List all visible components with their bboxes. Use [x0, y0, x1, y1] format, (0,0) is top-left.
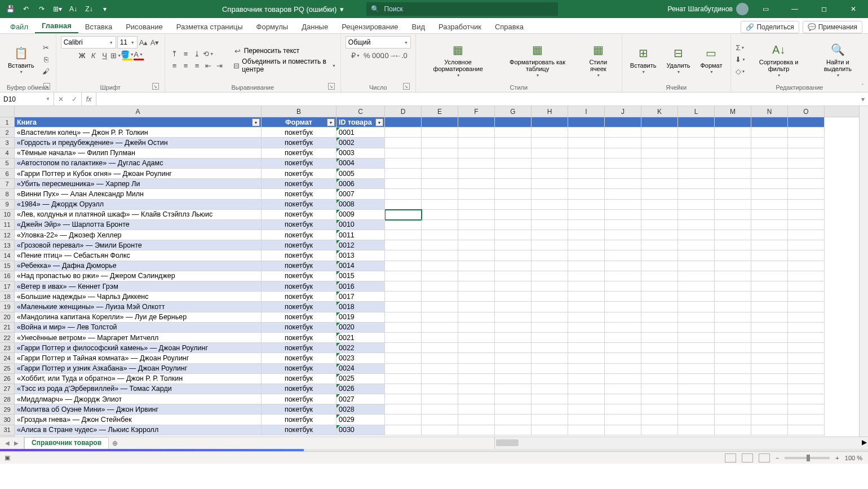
cell-G12[interactable]: [495, 230, 532, 240]
cell-G13[interactable]: [495, 240, 532, 250]
cell-K15[interactable]: [641, 261, 678, 271]
cell-B11[interactable]: покетбук: [262, 220, 336, 230]
cell-O11[interactable]: [788, 220, 825, 230]
row-header-29[interactable]: 29: [0, 404, 14, 415]
cell-B24[interactable]: покетбук: [262, 353, 336, 363]
cell-D9[interactable]: [385, 200, 422, 210]
cell-M27[interactable]: [715, 384, 751, 394]
cell-N7[interactable]: [751, 179, 788, 189]
cell-E18[interactable]: [422, 292, 458, 302]
underline-icon[interactable]: Ч: [100, 50, 110, 60]
bold-icon[interactable]: Ж: [77, 50, 87, 60]
cell-I29[interactable]: [568, 404, 605, 415]
format-cells-button[interactable]: ▭Формат▼: [697, 44, 725, 76]
cell-D8[interactable]: [385, 189, 422, 199]
filter-format-icon[interactable]: ▼: [327, 118, 335, 126]
cell-N15[interactable]: [751, 261, 788, 271]
border-icon[interactable]: ⊞▼: [111, 50, 121, 60]
cell-N11[interactable]: [751, 220, 788, 230]
cell-J27[interactable]: [605, 384, 641, 394]
cell-J7[interactable]: [605, 179, 641, 189]
cell-D5[interactable]: [385, 158, 422, 169]
cell-B14[interactable]: покетбук: [262, 250, 336, 261]
cell-E26[interactable]: [422, 374, 458, 384]
cell-F18[interactable]: [458, 292, 495, 302]
cell-C31[interactable]: 0030: [336, 425, 385, 435]
row-header-28[interactable]: 28: [0, 394, 14, 404]
copy-icon[interactable]: ⎘: [41, 55, 51, 65]
cell-F14[interactable]: [458, 250, 495, 261]
redo-icon[interactable]: ↷: [35, 2, 48, 16]
cell-C9[interactable]: 0008: [336, 200, 385, 210]
cell-C18[interactable]: 0017: [336, 292, 385, 302]
row-header-22[interactable]: 22: [0, 333, 14, 343]
col-header-G[interactable]: G: [495, 106, 532, 117]
cell-E24[interactable]: [422, 353, 458, 363]
cell-B2[interactable]: покетбук: [262, 127, 336, 138]
cell-F13[interactable]: [458, 240, 495, 250]
cell-G28[interactable]: [495, 394, 532, 404]
cell-H3[interactable]: [532, 138, 568, 148]
cell-J4[interactable]: [605, 148, 641, 158]
cell-A21[interactable]: «Война и мир» — Лев Толстой: [15, 323, 262, 333]
cell-K26[interactable]: [641, 374, 678, 384]
cell-B12[interactable]: покетбук: [262, 230, 336, 240]
cell-K28[interactable]: [641, 394, 678, 404]
cell-H13[interactable]: [532, 240, 568, 250]
cell-K27[interactable]: [641, 384, 678, 394]
cell-J5[interactable]: [605, 158, 641, 169]
cell-C3[interactable]: 0002: [336, 138, 385, 148]
cell-M13[interactable]: [715, 240, 751, 250]
cell-N8[interactable]: [751, 189, 788, 199]
cell-J29[interactable]: [605, 404, 641, 415]
cell-O5[interactable]: [788, 158, 825, 169]
tab-view[interactable]: Вид: [405, 20, 432, 33]
percent-icon[interactable]: %: [362, 50, 372, 60]
cell-C27[interactable]: 0026: [336, 384, 385, 394]
cell-G31[interactable]: [495, 425, 532, 435]
row-header-19[interactable]: 19: [0, 302, 14, 312]
cell-M16[interactable]: [715, 271, 751, 281]
cell-I3[interactable]: [568, 138, 605, 148]
cell-A5[interactable]: «Автостопом по галактике» — Дуглас Адамс: [15, 158, 262, 169]
cell-N14[interactable]: [751, 250, 788, 261]
cell-H9[interactable]: [532, 200, 568, 210]
cell-E12[interactable]: [422, 230, 458, 240]
cell-I31[interactable]: [568, 425, 605, 435]
cell-G25[interactable]: [495, 364, 532, 374]
cell-B9[interactable]: покетбук: [262, 200, 336, 210]
cell-I6[interactable]: [568, 169, 605, 179]
cell-C23[interactable]: 0022: [336, 343, 385, 353]
cell-E31[interactable]: [422, 425, 458, 435]
cell-J23[interactable]: [605, 343, 641, 353]
cell-A4[interactable]: «Тёмные начала» — Филип Пулман: [15, 148, 262, 158]
cell-F1[interactable]: [458, 117, 495, 127]
align-launcher-icon[interactable]: ↘: [328, 83, 335, 90]
tab-developer[interactable]: Разработчик: [432, 20, 488, 33]
row-header-21[interactable]: 21: [0, 323, 14, 333]
cell-J16[interactable]: [605, 271, 641, 281]
header-id[interactable]: ID товара▼: [336, 117, 385, 127]
insert-cells-button[interactable]: ⊞Вставить▼: [627, 44, 660, 76]
cell-G17[interactable]: [495, 281, 532, 292]
cell-O4[interactable]: [788, 148, 825, 158]
col-header-L[interactable]: L: [678, 106, 715, 117]
cell-K21[interactable]: [641, 323, 678, 333]
cells[interactable]: Книга▼Формат▼ID товара▼ «Властелин колец…: [15, 117, 859, 437]
cell-E6[interactable]: [422, 169, 458, 179]
header-format[interactable]: Формат▼: [262, 117, 336, 127]
cell-G6[interactable]: [495, 169, 532, 179]
tab-help[interactable]: Справка: [488, 20, 530, 33]
cell-B19[interactable]: покетбук: [262, 302, 336, 312]
cell-K23[interactable]: [641, 343, 678, 353]
formula-input[interactable]: [96, 92, 858, 105]
cell-O15[interactable]: [788, 261, 825, 271]
cell-L24[interactable]: [678, 353, 715, 363]
cell-O29[interactable]: [788, 404, 825, 415]
cell-E11[interactable]: [422, 220, 458, 230]
cell-styles-button[interactable]: ▦Стили ячеек▼: [579, 41, 617, 79]
fx-icon[interactable]: fx: [82, 92, 96, 105]
cell-I11[interactable]: [568, 220, 605, 230]
cell-I13[interactable]: [568, 240, 605, 250]
cell-G24[interactable]: [495, 353, 532, 363]
